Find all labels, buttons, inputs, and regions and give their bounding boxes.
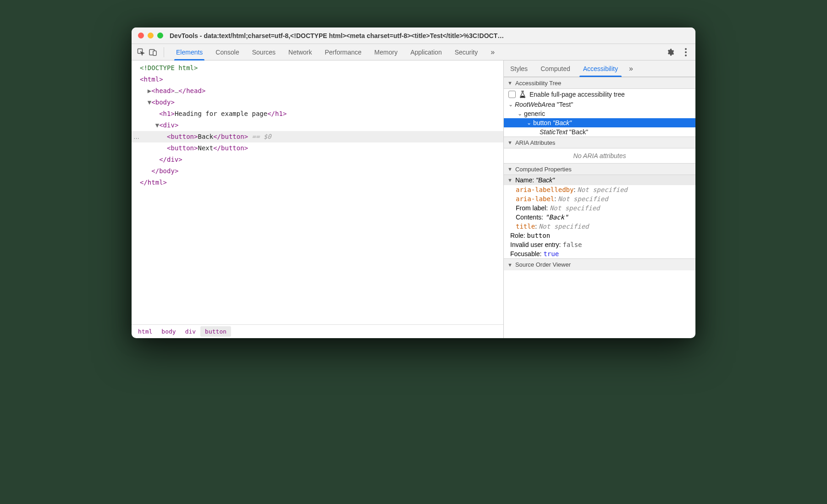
- tab-performance[interactable]: Performance: [318, 44, 368, 60]
- main-tabs: ElementsConsoleSourcesNetworkPerformance…: [170, 44, 484, 60]
- tab-network[interactable]: Network: [282, 44, 318, 60]
- section-header-aria[interactable]: ▼ ARIA Attributes: [504, 137, 695, 148]
- tab-elements[interactable]: Elements: [170, 44, 209, 60]
- content-area: <!DOCTYPE html><html> ▶<head>…</head> ▼<…: [132, 60, 695, 338]
- computed-name-source: Contents: "Back": [504, 213, 695, 222]
- maximize-window-button[interactable]: [157, 33, 163, 38]
- more-tabs-icon[interactable]: »: [486, 48, 499, 56]
- dom-line[interactable]: <!DOCTYPE html>: [132, 62, 503, 74]
- enable-full-page-row: Enable full-page accessibility tree: [504, 89, 695, 100]
- chevron-down-icon: ⌄: [527, 120, 531, 126]
- disclosure-triangle-icon: ▼: [507, 166, 513, 172]
- dom-line[interactable]: ▶<head>…</head>: [132, 85, 503, 97]
- tab-console[interactable]: Console: [209, 44, 245, 60]
- flask-icon: [519, 91, 526, 98]
- tab-memory[interactable]: Memory: [368, 44, 404, 60]
- a11y-tree-static-text[interactable]: StaticText "Back": [504, 127, 695, 137]
- computed-invalid-row: Invalid user entry: false: [504, 240, 695, 249]
- tab-security[interactable]: Security: [448, 44, 485, 60]
- crumb-html[interactable]: html: [133, 326, 157, 337]
- disclosure-triangle-icon: ▼: [507, 177, 513, 183]
- inspect-element-icon[interactable]: [136, 47, 146, 57]
- dom-line[interactable]: <html>: [132, 74, 503, 85]
- crumb-div[interactable]: div: [181, 326, 200, 337]
- section-header-a11y-tree[interactable]: ▼ Accessibility Tree: [504, 77, 695, 89]
- crumb-button[interactable]: button: [200, 326, 231, 337]
- svg-point-3: [685, 48, 687, 50]
- settings-icon[interactable]: [665, 47, 675, 57]
- tab-sources[interactable]: Sources: [246, 44, 282, 60]
- computed-focusable-row: Focusable: true: [504, 249, 695, 258]
- section-title: ARIA Attributes: [515, 139, 555, 146]
- close-window-button[interactable]: [138, 33, 144, 38]
- dom-tree[interactable]: <!DOCTYPE html><html> ▶<head>…</head> ▼<…: [132, 60, 503, 324]
- devtools-window: DevTools - data:text/html;charset=utf-8,…: [132, 27, 695, 338]
- no-aria-attributes-text: No ARIA attributes: [504, 148, 695, 163]
- more-side-tabs-icon[interactable]: »: [624, 65, 638, 73]
- a11y-tree-button[interactable]: ⌄ button "Back": [504, 118, 695, 127]
- dom-line[interactable]: <h1>Heading for example page</h1>: [132, 108, 503, 120]
- computed-name-source: title: Not specified: [504, 222, 695, 231]
- computed-name-source: aria-label: Not specified: [504, 194, 695, 203]
- section-header-computed[interactable]: ▼ Computed Properties: [504, 163, 695, 175]
- disclosure-triangle-icon: ▼: [507, 80, 513, 86]
- chevron-down-icon: ⌄: [518, 110, 522, 117]
- svg-point-5: [685, 55, 687, 56]
- kebab-menu-icon[interactable]: [681, 47, 691, 57]
- dom-line[interactable]: <button>Next</button>: [132, 142, 503, 154]
- toolbar-separator: [164, 47, 164, 57]
- computed-name-source: aria-labelledby: Not specified: [504, 185, 695, 194]
- side-tab-styles[interactable]: Styles: [504, 60, 534, 77]
- titlebar: DevTools - data:text/html;charset=utf-8,…: [132, 27, 695, 44]
- section-title: Computed Properties: [515, 166, 572, 173]
- computed-name-source: From label: Not specified: [504, 203, 695, 213]
- section-header-source-order[interactable]: ▼ Source Order Viewer: [504, 258, 695, 270]
- crumb-body[interactable]: body: [157, 326, 180, 337]
- chevron-down-icon: ⌄: [508, 101, 513, 108]
- section-title: Source Order Viewer: [515, 261, 571, 268]
- side-tab-accessibility[interactable]: Accessibility: [577, 60, 624, 77]
- minimize-window-button[interactable]: [148, 33, 154, 38]
- tab-application[interactable]: Application: [404, 44, 448, 60]
- svg-rect-2: [153, 51, 156, 55]
- window-title: DevTools - data:text/html;charset=utf-8,…: [170, 32, 689, 39]
- main-toolbar: ElementsConsoleSourcesNetworkPerformance…: [132, 44, 695, 60]
- dom-line[interactable]: </div>: [132, 154, 503, 165]
- side-tab-computed[interactable]: Computed: [534, 60, 577, 77]
- section-title: Accessibility Tree: [515, 80, 561, 87]
- dom-line[interactable]: ▼<body>: [132, 97, 503, 108]
- dom-line[interactable]: <button>Back</button> == $0: [132, 131, 503, 142]
- disclosure-triangle-icon: ▼: [507, 262, 513, 268]
- elements-pane: <!DOCTYPE html><html> ▶<head>…</head> ▼<…: [132, 60, 504, 338]
- computed-name-row[interactable]: ▼ Name: "Back": [504, 175, 695, 185]
- a11y-tree-root[interactable]: ⌄ RootWebArea "Test": [504, 100, 695, 109]
- dom-line[interactable]: </html>: [132, 177, 503, 188]
- enable-full-page-label: Enable full-page accessibility tree: [529, 91, 625, 98]
- breadcrumb-trail: htmlbodydivbutton: [132, 324, 503, 338]
- dom-line[interactable]: </body>: [132, 165, 503, 177]
- traffic-lights: [138, 33, 163, 38]
- computed-role-row: Role: button: [504, 231, 695, 240]
- a11y-tree-generic[interactable]: ⌄ generic: [504, 109, 695, 118]
- device-toolbar-icon[interactable]: [148, 47, 158, 57]
- disclosure-triangle-icon: ▼: [507, 140, 513, 145]
- side-tabs: StylesComputedAccessibility »: [504, 60, 695, 77]
- enable-full-page-checkbox[interactable]: [508, 91, 516, 98]
- side-pane: StylesComputedAccessibility » ▼ Accessib…: [504, 60, 695, 338]
- svg-point-4: [685, 51, 687, 53]
- dom-line[interactable]: ▼<div>: [132, 120, 503, 131]
